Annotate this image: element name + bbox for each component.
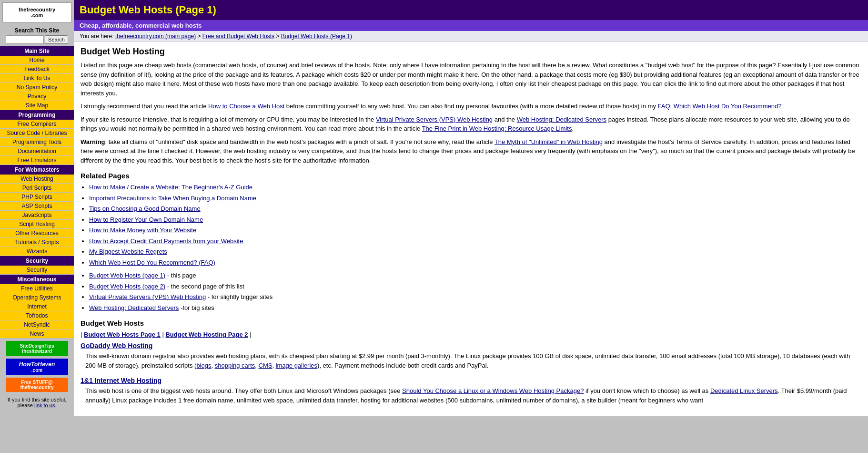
sidebar-item-documentation[interactable]: Documentation [0, 147, 74, 156]
sidebar-item-feedback[interactable]: Feedback [0, 65, 74, 74]
host-link-1and1[interactable]: 1&1 Internet Web Hosting [81, 377, 161, 384]
page-title: Budget Web Hosts (Page 1) [74, 0, 868, 20]
host-name-godaddy: GoDaddy Web Hosting [81, 342, 861, 350]
sidebar-item-other-resources[interactable]: Other Resources [0, 229, 74, 238]
page-subtitle: Cheap, affordable, commercial web hosts [74, 20, 868, 31]
hosting-link-2[interactable]: Budget Web Hosts (page 2) [89, 283, 165, 290]
sidebar-item-internet[interactable]: Internet [0, 302, 74, 311]
link-cms[interactable]: CMS [259, 362, 273, 369]
list-item: My Biggest Website Regrets [89, 247, 861, 257]
related-link-4[interactable]: How to Register Your Own Domain Name [89, 216, 203, 223]
pagination-link-1[interactable]: Budget Web Hosts Page 1 [84, 331, 161, 338]
hosting-link-4[interactable]: Web Hosting: Dedicated Servers [89, 304, 179, 311]
search-input[interactable] [6, 35, 44, 44]
ad-sitedesign: SiteDesignTips thesitewizard [6, 341, 68, 356]
sidebar-item-source-code--libraries[interactable]: Source Code / Libraries [0, 129, 74, 138]
sidebar-item-netsyndic[interactable]: NetSyndic [0, 320, 74, 329]
sidebar-item-operating-systems[interactable]: Operating Systems [0, 293, 74, 302]
link-linux-vs-windows[interactable]: Should You Choose a Linux or a Windows W… [402, 387, 584, 394]
sidebar-item-programming-tools[interactable]: Programming Tools [0, 138, 74, 147]
related-links-list: How to Make / Create a Website: The Begi… [89, 183, 861, 267]
link-dedicated[interactable]: Web Hosting: Dedicated Servers [517, 116, 606, 123]
host-pagination: | Budget Web Hosts Page 1 | Budget Web H… [81, 331, 861, 338]
sidebar-item-script-hosting[interactable]: Script Hosting [0, 220, 74, 229]
hosting-links-list: Budget Web Hosts (page 1) - this page Bu… [89, 271, 861, 312]
intro-para1: Listed on this page are cheap web hosts … [81, 61, 861, 98]
warning-para: Warning: take all claims of "unlimited" … [81, 137, 861, 165]
link-shopping-carts[interactable]: shopping carts [215, 362, 255, 369]
list-item: How to Accept Credit Card Payments from … [89, 237, 861, 246]
related-link-6[interactable]: How to Accept Credit Card Payments from … [89, 237, 243, 245]
list-item: Virtual Private Servers (VPS) Web Hostin… [89, 292, 861, 302]
sidebar-ads: SiteDesignTips thesitewizard HowToHaven … [0, 339, 74, 394]
host-desc-godaddy: This well-known domain registrar also pr… [85, 351, 861, 370]
main-heading: Budget Web Hosting [81, 47, 861, 57]
host-link-godaddy[interactable]: GoDaddy Web Hosting [81, 342, 152, 350]
sidebar-item-free-compilers[interactable]: Free Compilers [0, 120, 74, 129]
breadcrumb: You are here: thefreecountry.com (main p… [74, 31, 868, 42]
link-unlimited-myth[interactable]: The Myth of "Unlimited" in Web Hosting [495, 138, 603, 145]
search-button[interactable]: Search [45, 35, 68, 44]
sidebar-item-home[interactable]: Home [0, 56, 74, 65]
sidebar-item-tofrodos[interactable]: Tofrodos [0, 311, 74, 320]
main-content: Budget Web Hosts (Page 1) Cheap, afforda… [74, 0, 868, 416]
breadcrumb-link-3[interactable]: Budget Web Hosts (Page 1) [281, 33, 352, 40]
list-item: How to Register Your Own Domain Name [89, 215, 861, 225]
related-heading: Related Pages [81, 172, 861, 180]
breadcrumb-link-2[interactable]: Free and Budget Web Hosts [202, 33, 274, 40]
sidebar-item-no-spam-policy[interactable]: No Spam Policy [0, 83, 74, 92]
sidebar-item-site-map[interactable]: Site Map [0, 101, 74, 110]
link-faq-host[interactable]: FAQ: Which Web Host Do You Recommend? [658, 103, 782, 110]
nav-section-header: Programming [0, 110, 74, 120]
link-blogs[interactable]: blogs [196, 362, 211, 369]
sidebar-item-tutorials--scripts[interactable]: Tutorials / Scripts [0, 238, 74, 247]
sidebar-item-asp-scripts[interactable]: ASP Scripts [0, 202, 74, 211]
list-item: How to Make Money with Your Website [89, 226, 861, 235]
link-choose-host[interactable]: How to Choose a Web Host [208, 103, 284, 110]
link-fine-print[interactable]: The Fine Print in Web Hosting: Resource … [422, 125, 572, 132]
site-logo: thefreecountry .com [2, 2, 71, 22]
sidebar-item-link-to-us[interactable]: Link To Us [0, 74, 74, 83]
link-dedicated-linux[interactable]: Dedicated Linux Servers [710, 387, 778, 394]
hosting-link-1[interactable]: Budget Web Hosts (page 1) [89, 272, 165, 279]
sidebar-item-javascripts[interactable]: JavaScripts [0, 211, 74, 220]
sidebar-item-php-scripts[interactable]: PHP Scripts [0, 193, 74, 202]
sidebar-footer: If you find this site useful, please lin… [0, 394, 74, 411]
sidebar-item-privacy[interactable]: Privacy [0, 92, 74, 101]
sidebar-item-security[interactable]: Security [0, 266, 74, 275]
intro-para2: I strongly recommend that you read the a… [81, 102, 861, 111]
breadcrumb-link-1[interactable]: thefreecountry.com (main page) [115, 33, 196, 40]
hosting-link-3[interactable]: Virtual Private Servers (VPS) Web Hostin… [89, 293, 206, 300]
link-to-us[interactable]: link to us [34, 402, 55, 408]
ad-freestuff: Free STUFF@ thefreecountry [6, 378, 68, 392]
sidebar-item-free-utilities[interactable]: Free Utilities [0, 284, 74, 293]
related-link-8[interactable]: Which Web Host Do You Recommend? (FAQ) [89, 259, 215, 266]
logo-line1: thefreecountry [7, 7, 67, 12]
nav-section-header: Main Site [0, 46, 74, 56]
host-entry-godaddy: GoDaddy Web Hosting This well-known doma… [81, 342, 861, 370]
sidebar: thefreecountry .com Search This Site Sea… [0, 0, 74, 416]
list-item: Important Precautions to Take When Buyin… [89, 194, 861, 203]
warning-label: Warning [81, 138, 105, 145]
sidebar-item-web-hosting[interactable]: Web Hosting [0, 175, 74, 184]
sidebar-item-free-emulators[interactable]: Free Emulators [0, 156, 74, 165]
search-label: Search This Site [2, 27, 71, 34]
related-link-5[interactable]: How to Make Money with Your Website [89, 226, 196, 234]
sidebar-item-news[interactable]: News [0, 329, 74, 339]
link-vps[interactable]: Virtual Private Servers (VPS) Web Hostin… [376, 116, 493, 123]
hosts-heading: Budget Web Hosts [81, 319, 861, 327]
related-link-1[interactable]: How to Make / Create a Website: The Begi… [89, 184, 252, 191]
list-item: Tips on Choosing a Good Domain Name [89, 204, 861, 214]
related-link-3[interactable]: Tips on Choosing a Good Domain Name [89, 205, 201, 212]
sidebar-item-perl-scripts[interactable]: Perl Scripts [0, 184, 74, 193]
search-box: Search This Site Search [0, 25, 74, 46]
related-link-7[interactable]: My Biggest Website Regrets [89, 248, 167, 255]
list-item: Which Web Host Do You Recommend? (FAQ) [89, 258, 861, 268]
logo-line2: .com [7, 12, 67, 18]
list-item: Web Hosting: Dedicated Servers -for big … [89, 303, 861, 313]
ad-howtohaven: HowToHaven .com [6, 359, 68, 375]
related-link-2[interactable]: Important Precautions to Take When Buyin… [89, 195, 256, 202]
sidebar-item-wizards[interactable]: Wizards [0, 247, 74, 256]
link-image-galleries[interactable]: image galleries [276, 362, 317, 369]
pagination-link-2[interactable]: Budget Web Hosting Page 2 [165, 331, 248, 338]
